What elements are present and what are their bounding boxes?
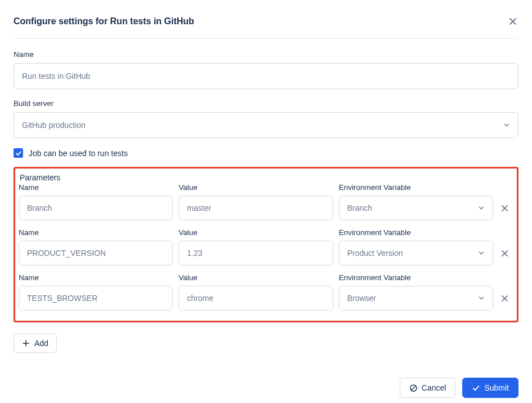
- add-parameter-button[interactable]: Add: [14, 334, 57, 353]
- divider: [14, 38, 518, 39]
- submit-button[interactable]: Submit: [462, 378, 518, 398]
- param-name-input[interactable]: [19, 241, 173, 265]
- parameters-title: Parameters: [20, 173, 511, 182]
- submit-button-label: Submit: [484, 383, 509, 392]
- param-env-label: Environment Variable: [339, 228, 493, 237]
- parameter-row: Name Value Environment Variable: [19, 183, 511, 220]
- param-value-label: Value: [178, 228, 333, 237]
- name-label: Name: [14, 50, 518, 59]
- cancel-button[interactable]: Cancel: [400, 378, 456, 398]
- param-name-label: Name: [19, 228, 173, 237]
- run-tests-checkbox[interactable]: [14, 148, 23, 158]
- check-icon: [472, 384, 480, 392]
- param-name-input[interactable]: [19, 196, 173, 220]
- build-server-label: Build server: [14, 99, 518, 108]
- param-value-input[interactable]: [178, 241, 333, 265]
- param-name-label: Name: [19, 273, 173, 282]
- svg-line-11: [412, 386, 416, 390]
- param-value-input[interactable]: [178, 286, 333, 311]
- param-value-label: Value: [178, 183, 333, 192]
- build-server-select[interactable]: [14, 112, 518, 138]
- remove-parameter-button[interactable]: [499, 286, 511, 311]
- param-name-label: Name: [19, 183, 173, 192]
- param-env-label: Environment Variable: [339, 183, 493, 192]
- parameter-row: Name Value Environment Variable: [19, 228, 511, 265]
- cancel-button-label: Cancel: [422, 383, 446, 392]
- add-button-label: Add: [34, 339, 48, 348]
- remove-parameter-button[interactable]: [499, 241, 511, 265]
- param-env-label: Environment Variable: [339, 273, 493, 282]
- param-name-input[interactable]: [19, 286, 173, 311]
- remove-parameter-button[interactable]: [499, 196, 511, 220]
- parameter-row: Name Value Environment Variable: [19, 273, 511, 311]
- param-value-input[interactable]: [178, 196, 333, 220]
- run-tests-checkbox-label: Job can be used to run tests: [29, 149, 128, 158]
- param-env-select[interactable]: [339, 286, 493, 311]
- name-input[interactable]: [14, 63, 518, 89]
- param-env-select[interactable]: [339, 196, 493, 220]
- parameters-section: Parameters Name Value Environment Variab…: [14, 167, 518, 322]
- plus-icon: [22, 339, 30, 347]
- param-value-label: Value: [178, 273, 333, 282]
- dialog-title: Configure settings for Run tests in GitH…: [14, 16, 194, 26]
- param-env-select[interactable]: [339, 241, 493, 265]
- close-icon[interactable]: [507, 16, 518, 27]
- cancel-icon: [409, 384, 418, 392]
